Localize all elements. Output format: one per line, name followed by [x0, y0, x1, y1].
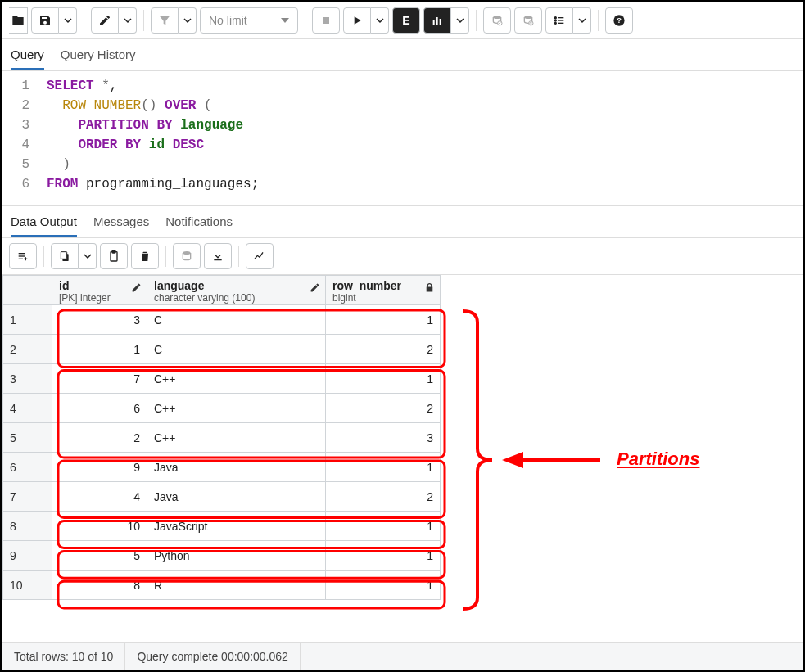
cell-row-number[interactable]: 2: [326, 482, 441, 512]
run-button[interactable]: [343, 7, 371, 34]
cell-language[interactable]: C++: [147, 364, 326, 394]
macros-dropdown[interactable]: [573, 7, 591, 34]
lock-icon: [424, 282, 435, 295]
table-row[interactable]: 46C++2: [3, 394, 441, 423]
cell-language[interactable]: C++: [147, 423, 326, 453]
tab-query[interactable]: Query: [11, 47, 44, 70]
row-number: 9: [3, 541, 52, 571]
pencil-icon: [131, 282, 142, 295]
table-row[interactable]: 74Java2: [3, 482, 441, 512]
cell-row-number[interactable]: 1: [326, 571, 441, 600]
save-dropdown[interactable]: [59, 7, 77, 34]
table-row[interactable]: 21C2: [3, 335, 441, 364]
stop-button[interactable]: [312, 7, 340, 34]
tab-notifications[interactable]: Notifications: [165, 214, 233, 237]
cell-language[interactable]: Java: [147, 453, 326, 482]
cell-id[interactable]: 3: [52, 305, 147, 335]
column-header[interactable]: id[PK] integer: [52, 276, 147, 305]
copy-dropdown[interactable]: [79, 243, 97, 269]
cell-language[interactable]: C: [147, 305, 326, 335]
pencil-icon: [310, 282, 320, 295]
table-row[interactable]: 95Python1: [3, 541, 441, 571]
help-button[interactable]: ?: [605, 7, 633, 34]
cell-id[interactable]: 2: [52, 423, 147, 453]
delete-button[interactable]: [131, 243, 159, 269]
paste-button[interactable]: [100, 243, 128, 269]
save-button[interactable]: [31, 7, 59, 34]
line-chart-icon: [253, 250, 266, 263]
cell-row-number[interactable]: 1: [326, 453, 441, 482]
table-row[interactable]: 13C1: [3, 305, 441, 335]
limit-select[interactable]: No limit: [200, 7, 298, 34]
filter-dropdown[interactable]: [179, 7, 197, 34]
tab-messages[interactable]: Messages: [93, 214, 149, 237]
cell-id[interactable]: 4: [52, 482, 147, 512]
run-dropdown[interactable]: [371, 7, 389, 34]
download-button[interactable]: [204, 243, 232, 269]
status-time: Query complete 00:00:00.062: [125, 643, 300, 670]
explain-button[interactable]: E: [392, 7, 420, 34]
editor-code[interactable]: SELECT *, ROW_NUMBER() OVER ( PARTITION …: [38, 71, 267, 199]
cell-row-number[interactable]: 2: [326, 394, 441, 423]
sql-editor[interactable]: 123456 SELECT *, ROW_NUMBER() OVER ( PAR…: [2, 71, 803, 206]
tab-data-output[interactable]: Data Output: [11, 214, 77, 237]
add-row-button[interactable]: [9, 243, 37, 269]
open-button[interactable]: [9, 7, 28, 34]
cell-row-number[interactable]: 1: [326, 305, 441, 335]
commit-button[interactable]: [483, 7, 511, 34]
rollback-button[interactable]: [514, 7, 542, 34]
copy-button[interactable]: [51, 243, 79, 269]
table-row[interactable]: 52C++3: [3, 423, 441, 453]
cell-row-number[interactable]: 2: [326, 335, 441, 364]
edit-dropdown[interactable]: [119, 7, 137, 34]
edit-button[interactable]: [91, 7, 119, 34]
cell-id[interactable]: 7: [52, 364, 147, 394]
explain-analyze-button[interactable]: [423, 7, 451, 34]
cell-row-number[interactable]: 3: [326, 423, 441, 453]
filter-button[interactable]: [151, 7, 179, 34]
chevron-down-icon: [84, 252, 92, 260]
tab-history[interactable]: Query History: [61, 47, 136, 70]
cell-id[interactable]: 5: [52, 541, 147, 571]
app-frame: No limit E ? Query Query History 123456 …: [0, 0, 805, 672]
chevron-down-icon: [578, 16, 586, 25]
svg-point-10: [554, 20, 556, 21]
edit-split: [91, 7, 137, 34]
cell-language[interactable]: Python: [147, 541, 326, 571]
save-data-button[interactable]: [173, 243, 201, 269]
row-number: 6: [3, 453, 52, 482]
cell-language[interactable]: Java: [147, 482, 326, 512]
macros-button[interactable]: [545, 7, 573, 34]
table-row[interactable]: 108R1: [3, 571, 441, 600]
macros-split: [545, 7, 591, 34]
download-icon: [211, 250, 224, 263]
chevron-down-icon: [124, 16, 132, 25]
cell-language[interactable]: R: [147, 571, 326, 600]
cell-id[interactable]: 10: [52, 512, 147, 541]
results-grid[interactable]: id[PK] integerlanguagecharacter varying …: [2, 275, 441, 600]
arrow-icon: [502, 452, 600, 468]
cell-language[interactable]: C: [147, 335, 326, 364]
cell-id[interactable]: 9: [52, 453, 147, 482]
table-row[interactable]: 810JavaScript1: [3, 512, 441, 541]
svg-point-6: [524, 16, 531, 19]
svg-text:?: ?: [617, 16, 622, 25]
cell-row-number[interactable]: 1: [326, 364, 441, 394]
explain-analyze-dropdown[interactable]: [451, 7, 469, 34]
chart-button[interactable]: [246, 243, 274, 269]
limit-label: No limit: [209, 14, 247, 27]
cell-id[interactable]: 8: [52, 571, 147, 600]
cell-row-number[interactable]: 1: [326, 541, 441, 571]
cell-row-number[interactable]: 1: [326, 512, 441, 541]
column-header[interactable]: row_numberbigint: [326, 276, 441, 305]
table-row[interactable]: 37C++1: [3, 364, 441, 394]
column-header[interactable]: languagecharacter varying (100): [147, 276, 326, 305]
cell-id[interactable]: 6: [52, 394, 147, 423]
cell-language[interactable]: JavaScript: [147, 512, 326, 541]
table-row[interactable]: 69Java1: [3, 453, 441, 482]
chevron-down-icon: [183, 16, 192, 25]
run-split: [343, 7, 389, 34]
cell-id[interactable]: 1: [52, 335, 147, 364]
cell-language[interactable]: C++: [147, 394, 326, 423]
row-number: 3: [3, 364, 52, 394]
